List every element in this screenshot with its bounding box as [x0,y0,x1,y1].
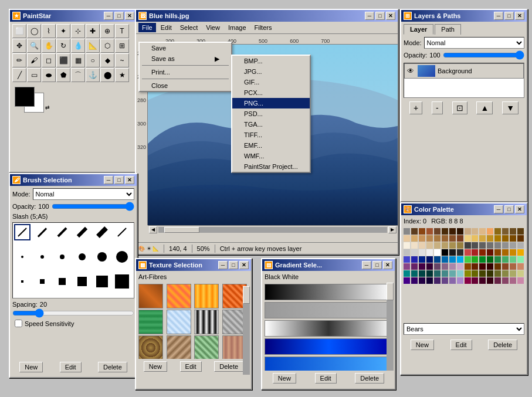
color-cell-42[interactable] [479,242,486,249]
color-cell-10[interactable] [479,228,486,235]
gradient-gray[interactable] [265,302,392,318]
brush-preset-4[interactable] [74,224,90,240]
tool-hand[interactable]: ✋ [42,39,56,53]
fg-color-swatch[interactable] [15,87,35,107]
brush-sq-2[interactable] [34,273,50,290]
brush-sq-6[interactable] [114,273,130,290]
color-cell-36[interactable] [434,242,440,249]
layer-add-btn[interactable]: + [409,101,422,114]
save-tga[interactable]: TGA... [232,119,310,130]
color-cell-96[interactable] [404,270,410,277]
gradient-edit-btn[interactable]: Edit [315,373,337,384]
gradient-close-btn[interactable]: ✕ [383,261,392,269]
brush-spacing-slider[interactable] [12,309,134,317]
palette-category-select[interactable]: Bears [404,323,524,335]
color-cell-75[interactable] [487,256,493,263]
tool-path[interactable]: ⌒ [71,68,85,82]
color-cell-71[interactable] [457,256,463,263]
toolbox-close-btn[interactable]: ✕ [125,12,134,20]
gradient-vscroll-thumb[interactable] [387,283,394,300]
layer-visibility-icon[interactable]: 👁 [406,66,415,76]
tool-move[interactable]: ✥ [12,39,26,53]
color-cell-25[interactable] [472,235,478,242]
color-cell-30[interactable] [510,235,516,242]
color-cell-116[interactable] [434,277,440,284]
image-minimize-btn[interactable]: ─ [365,12,374,20]
color-cell-4[interactable] [434,228,440,235]
color-cell-34[interactable] [419,242,425,249]
texture-minimize-btn[interactable]: ─ [218,261,228,269]
color-cell-67[interactable] [426,256,433,263]
tool-shape5[interactable]: ★ [115,68,129,82]
color-cell-17[interactable] [411,235,418,242]
color-cell-20[interactable] [434,235,440,242]
color-cell-122[interactable] [479,277,486,284]
color-cell-33[interactable] [411,242,418,249]
color-cell-70[interactable] [449,256,456,263]
brush-preset-6[interactable] [114,224,130,240]
save-project[interactable]: PaintStar Project... [232,161,310,172]
color-cell-7[interactable] [457,228,463,235]
color-cell-0[interactable] [404,228,410,235]
tool-text[interactable]: T [115,24,129,38]
color-cell-43[interactable] [487,242,493,249]
color-cell-87[interactable] [457,263,463,270]
tool-dodge[interactable]: ○ [86,53,100,67]
color-cell-5[interactable] [442,228,448,235]
speed-sensitivity-checkbox[interactable] [15,320,22,327]
color-cell-12[interactable] [494,228,501,235]
color-cell-79[interactable] [517,256,524,263]
color-cell-82[interactable] [419,263,425,270]
color-cell-9[interactable] [472,228,478,235]
color-cell-95[interactable] [517,263,524,270]
texture-item-3[interactable] [194,284,219,308]
color-cell-88[interactable] [465,263,471,270]
tab-path[interactable]: Path [435,24,461,35]
texture-item-5[interactable] [138,310,163,334]
menu-image[interactable]: Image [225,23,250,32]
color-cell-38[interactable] [449,242,456,249]
color-cell-123[interactable] [487,277,493,284]
menu-view[interactable]: View [202,23,223,32]
color-cell-6[interactable] [449,228,456,235]
layer-duplicate-btn[interactable]: ⊡ [452,101,467,114]
tool-wand[interactable]: ✦ [56,24,70,38]
color-cell-102[interactable] [449,270,456,277]
color-cell-35[interactable] [426,242,433,249]
color-cell-13[interactable] [502,228,509,235]
color-cell-76[interactable] [494,256,501,263]
color-cell-15[interactable] [517,228,524,235]
tool-shape-ellipse[interactable]: ⬬ [42,68,56,82]
brush-edit-btn[interactable]: Edit [60,362,82,372]
swap-colors-icon[interactable]: ⇄ [45,104,50,110]
brush-dot-1[interactable] [14,249,31,265]
color-cell-112[interactable] [404,277,410,284]
color-cell-50[interactable] [419,249,425,256]
color-cell-51[interactable] [426,249,433,256]
texture-new-btn[interactable]: New [144,361,167,372]
color-cell-94[interactable] [510,263,516,270]
color-cell-22[interactable] [449,235,456,242]
color-cell-100[interactable] [434,270,440,277]
texture-item-2[interactable] [167,284,191,308]
layer-move-down-btn[interactable]: ▼ [502,101,519,114]
tool-measure[interactable]: 📐 [86,39,100,53]
color-cell-113[interactable] [411,277,418,284]
color-cell-108[interactable] [494,270,501,277]
color-cell-14[interactable] [510,228,516,235]
save-jpg[interactable]: JPG... [232,66,310,77]
tool-fill[interactable]: ⬛ [56,53,70,67]
brush-new-btn[interactable]: New [19,362,43,372]
brush-sq-4[interactable] [74,273,90,290]
brush-dot-4[interactable] [74,249,90,265]
color-cell-93[interactable] [502,263,509,270]
color-cell-3[interactable] [426,228,433,235]
brush-sq-5[interactable] [94,273,110,290]
color-cell-80[interactable] [404,263,410,270]
gradient-blue-deep[interactable] [265,338,392,355]
color-cell-58[interactable] [479,249,486,256]
palette-close-btn[interactable]: ✕ [515,205,524,213]
save-gif[interactable]: GIF... [232,77,310,87]
tool-shape-rect[interactable]: ▭ [27,68,41,82]
color-cell-69[interactable] [442,256,448,263]
